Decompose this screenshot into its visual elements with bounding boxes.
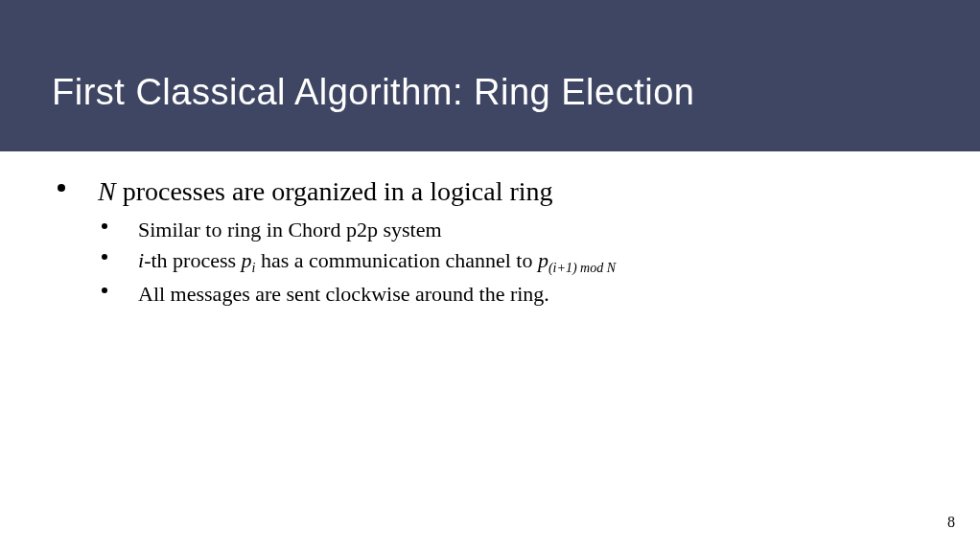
- content-area: N processes are organized in a logical r…: [0, 151, 980, 309]
- inner-bullet-item: Similar to ring in Chord p2p system: [102, 216, 980, 244]
- bullet-icon: [102, 254, 107, 260]
- inner-text: Similar to ring in Chord p2p system: [138, 216, 980, 244]
- text-part: p: [538, 248, 548, 272]
- text-part: (i+1) mod N: [548, 261, 616, 275]
- outer-text: N processes are organized in a logical r…: [98, 174, 596, 208]
- outer-text-rest: processes are organized in a logical rin…: [116, 176, 553, 206]
- inner-list: Similar to ring in Chord p2p systemi-th …: [98, 216, 980, 309]
- outer-list: N processes are organized in a logical r…: [58, 174, 980, 309]
- text-part: -th process: [144, 248, 241, 272]
- bullet-icon: [58, 184, 65, 192]
- header-band: First Classical Algorithm: Ring Election: [0, 0, 980, 151]
- inner-bullet-item: All messages are sent clockwise around t…: [102, 280, 980, 309]
- text-part: Similar to ring in Chord p2p system: [138, 218, 442, 242]
- outer-bullet-item: N processes are organized in a logical r…: [58, 174, 980, 309]
- text-part: p: [242, 248, 252, 272]
- slide-title: First Classical Algorithm: Ring Election: [52, 72, 980, 113]
- outer-text-ital: N: [98, 176, 116, 206]
- inner-text: All messages are sent clockwise around t…: [138, 280, 980, 309]
- inner-bullet-item: i-th process pi has a communication chan…: [102, 246, 980, 278]
- page-number: 8: [947, 514, 955, 531]
- bullet-icon: [102, 223, 107, 229]
- text-part: All messages are sent clockwise around t…: [138, 282, 549, 306]
- bullet-icon: [102, 288, 107, 293]
- text-part: has a communication channel to: [255, 248, 537, 272]
- inner-text: i-th process pi has a communication chan…: [138, 246, 980, 278]
